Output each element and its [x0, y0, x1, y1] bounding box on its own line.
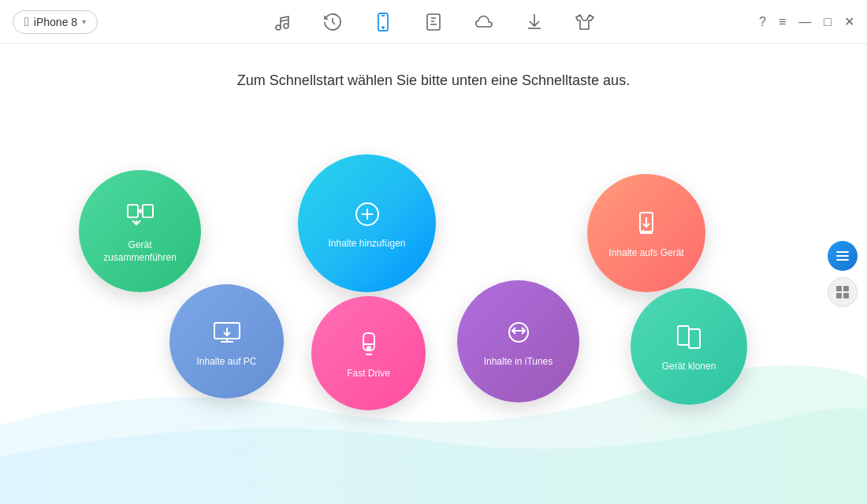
fast-drive-label: Fast Drive: [347, 368, 390, 380]
tshirt-icon[interactable]: [571, 8, 599, 36]
titlebar:  iPhone 8 ▾: [0, 0, 867, 44]
svg-rect-17: [689, 329, 700, 348]
to-pc-button[interactable]: Inhalte auf PC: [169, 284, 284, 398]
device-selector[interactable]:  iPhone 8 ▾: [13, 10, 98, 34]
clone-label: Gerät klonen: [662, 361, 716, 373]
window-controls: ? ≡ — □ ✕: [759, 16, 854, 28]
svg-rect-16: [678, 326, 689, 345]
fast-drive-button[interactable]: Fast Drive: [311, 296, 426, 410]
svg-point-4: [382, 27, 384, 28]
cloud-icon[interactable]: [470, 8, 498, 36]
circles-container: Gerätzusammenführen Inhalte hinzufügen I…: [0, 123, 867, 504]
to-device-label: Inhalte aufs Gerät: [608, 247, 683, 260]
close-button[interactable]: ✕: [844, 16, 854, 28]
device-name: iPhone 8: [34, 16, 77, 28]
minimize-button[interactable]: —: [798, 16, 811, 28]
merge-button[interactable]: Gerätzusammenführen: [79, 170, 201, 292]
to-pc-label: Inhalte auf PC: [196, 356, 256, 369]
itunes-button[interactable]: Inhalte in iTunes: [457, 280, 579, 402]
svg-rect-7: [143, 205, 153, 217]
svg-rect-23: [836, 293, 842, 298]
sidebar-grid-button[interactable]: [828, 277, 858, 307]
add-content-label: Inhalte hinzufügen: [328, 238, 405, 250]
toolbar: [268, 8, 599, 36]
svg-point-14: [367, 346, 370, 350]
svg-rect-5: [427, 14, 440, 30]
add-content-button[interactable]: Inhalte hinzufügen: [298, 154, 436, 292]
phone-icon[interactable]: [369, 8, 397, 36]
main-content: Zum Schnellstart wählen Sie bitte unten …: [0, 44, 867, 504]
to-device-button[interactable]: Inhalte aufs Gerät: [587, 174, 705, 292]
history-icon[interactable]: [318, 8, 347, 36]
svg-point-1: [284, 24, 288, 28]
svg-rect-22: [843, 286, 849, 291]
apple-icon: : [24, 15, 29, 29]
clone-button[interactable]: Gerät klonen: [631, 288, 747, 405]
merge-label: Gerätzusammenführen: [103, 239, 177, 264]
svg-rect-20: [836, 259, 849, 261]
right-sidebar: [828, 241, 858, 307]
download-icon[interactable]: [520, 8, 549, 36]
maximize-button[interactable]: □: [824, 16, 832, 28]
sidebar-menu-button[interactable]: [828, 241, 858, 271]
main-subtitle: Zum Schnellstart wählen Sie bitte unten …: [0, 44, 867, 89]
svg-rect-24: [843, 293, 849, 298]
svg-rect-18: [836, 251, 849, 253]
svg-rect-19: [836, 255, 849, 257]
music-icon[interactable]: [268, 8, 296, 36]
svg-point-15: [509, 323, 528, 342]
chevron-icon: ▾: [82, 17, 86, 26]
svg-rect-6: [128, 205, 138, 217]
menu-button[interactable]: ≡: [779, 16, 786, 28]
svg-rect-21: [836, 286, 842, 291]
ios-icon[interactable]: [419, 8, 448, 36]
svg-point-0: [276, 25, 281, 30]
help-button[interactable]: ?: [759, 16, 766, 28]
itunes-label: Inhalte in iTunes: [484, 356, 553, 369]
